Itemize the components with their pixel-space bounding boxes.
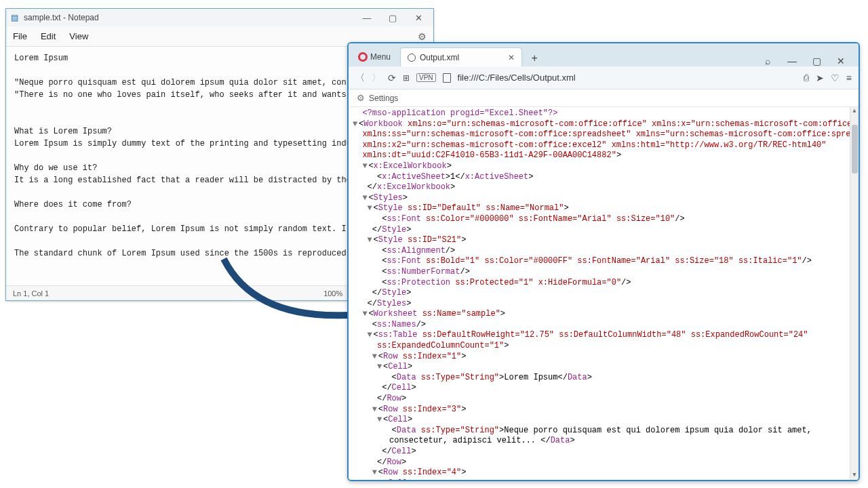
maximize-button[interactable]: ▢ (380, 10, 405, 25)
close-button[interactable]: ✕ (831, 56, 850, 66)
heart-icon[interactable]: ♡ (831, 73, 840, 83)
scroll-thumb[interactable] (852, 125, 858, 174)
browser-toolbar: 〈 〉 ⟳ ⊞ VPN file:///C:/Files/Cells/Outpu… (349, 66, 859, 89)
xml-content[interactable]: <?mso-application progid="Excel.Sheet"?>… (349, 107, 859, 480)
cursor-pos: Ln 1, Col 1 (13, 289, 49, 298)
screenshot-icon[interactable]: ⎙ (804, 73, 809, 83)
scroll-down-icon[interactable]: ▼ (850, 471, 859, 480)
search-icon[interactable]: ⌕ (758, 56, 777, 66)
scrollbar[interactable]: ▲ ▼ (850, 107, 859, 480)
scroll-up-icon[interactable]: ▲ (850, 107, 859, 116)
notepad-icon: ▤ (9, 13, 20, 22)
settings-icon[interactable]: ⚙ (418, 31, 427, 42)
url-input[interactable]: file:///C:/Files/Cells/Output.xml (458, 73, 797, 83)
menu-label: Menu (370, 52, 391, 62)
file-icon (443, 73, 451, 83)
maximize-button[interactable]: ▢ (807, 56, 826, 66)
tab-close-icon[interactable]: ✕ (508, 53, 515, 62)
back-icon[interactable]: 〈 (355, 72, 365, 84)
menu-file[interactable]: File (13, 31, 27, 41)
send-icon[interactable]: ➤ (816, 73, 824, 83)
ellipsis-icon[interactable]: ≡ (846, 73, 852, 83)
speed-dial-icon[interactable]: ⊞ (403, 73, 410, 83)
forward-icon[interactable]: 〉 (372, 72, 381, 84)
close-button[interactable]: ✕ (406, 10, 431, 25)
browser-menu-button[interactable]: Menu (353, 47, 396, 66)
browser-tabstrip: Menu Output.xml ✕ + ⌕ — ▢ ✕ (349, 43, 859, 66)
tab-title: Output.xml (420, 53, 459, 62)
settings-bar[interactable]: ⚙ Settings (349, 89, 859, 107)
settings-label: Settings (369, 94, 398, 103)
browser-tab[interactable]: Output.xml ✕ (400, 47, 522, 66)
zoom-level: 100% (323, 289, 342, 298)
notepad-title: sample.txt - Notepad (24, 13, 355, 22)
new-tab-button[interactable]: + (526, 50, 542, 66)
vpn-badge[interactable]: VPN (416, 73, 436, 82)
menu-view[interactable]: View (69, 31, 88, 41)
notepad-titlebar[interactable]: ▤ sample.txt - Notepad — ▢ ✕ (6, 9, 433, 26)
menu-edit[interactable]: Edit (41, 31, 56, 41)
opera-logo-icon (358, 52, 368, 62)
reload-icon[interactable]: ⟳ (388, 73, 396, 83)
globe-icon (408, 54, 416, 62)
minimize-button[interactable]: — (783, 56, 802, 66)
browser-window: Menu Output.xml ✕ + ⌕ — ▢ ✕ 〈 〉 ⟳ ⊞ VPN … (347, 42, 860, 481)
minimize-button[interactable]: — (355, 10, 379, 25)
gear-icon: ⚙ (357, 93, 365, 103)
